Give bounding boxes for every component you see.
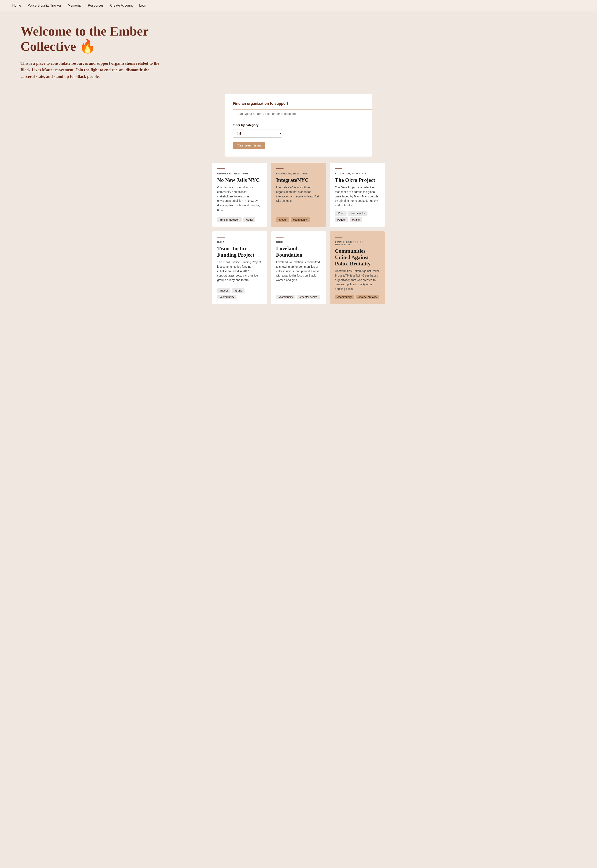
hero-subtitle: This is a place to consolidate resources…: [21, 60, 164, 80]
card-line: [217, 237, 224, 238]
tag[interactable]: #food: [335, 211, 346, 216]
tag[interactable]: #community: [276, 295, 296, 299]
tag[interactable]: #trans: [350, 217, 362, 222]
card-title: Trans Justice Funding Project: [217, 245, 262, 258]
tag[interactable]: #mental-health: [297, 295, 320, 299]
tag[interactable]: #community: [348, 211, 367, 216]
card-tags: #prison-abolition#legal: [217, 217, 262, 222]
tag[interactable]: #queer: [217, 288, 230, 293]
tag[interactable]: #trans: [232, 288, 244, 293]
card-description: IntegrateNYC is a youth-led organization…: [276, 185, 321, 214]
tag[interactable]: #youth: [276, 217, 289, 222]
card-tags: #queer#trans#community: [217, 288, 262, 299]
card-title: The Okra Project: [335, 177, 380, 183]
search-input[interactable]: [233, 109, 373, 118]
nav-login[interactable]: Login: [139, 4, 147, 7]
org-card[interactable]: BROOKLYN, NEW YORKNo New Jails NYCOur pl…: [212, 163, 267, 227]
card-description: The Okra Project is a collective that se…: [335, 185, 380, 207]
card-description: Loveland Foundation is committed to show…: [276, 260, 321, 291]
card-tags: #community#police-brutality: [335, 295, 380, 299]
org-card[interactable]: BROOKLYN, NEW YORKIntegrateNYCIntegrateN…: [271, 163, 326, 227]
card-location: BROOKLYN, NEW YORK: [335, 173, 380, 175]
tag[interactable]: #queer: [335, 217, 348, 222]
card-line: [217, 168, 224, 169]
cards-grid: BROOKLYN, NEW YORKNo New Jails NYCOur pl…: [200, 163, 397, 317]
category-select[interactable]: #all #community #legal #youth #queer #tr…: [233, 129, 282, 138]
card-tags: #youth#community: [276, 217, 321, 222]
nav-home[interactable]: Home: [12, 4, 21, 7]
card-title: Loveland Foundation: [276, 245, 321, 258]
card-title: No New Jails NYC: [217, 177, 262, 183]
card-line: [276, 237, 284, 238]
tag[interactable]: #community: [217, 295, 236, 299]
tag[interactable]: #police-brutality: [356, 295, 379, 299]
tag[interactable]: #legal: [243, 217, 255, 222]
tag[interactable]: #community: [335, 295, 354, 299]
org-card[interactable]: OHIOLoveland FoundationLoveland Foundati…: [271, 231, 326, 304]
card-title: IntegrateNYC: [276, 177, 321, 183]
card-line: [335, 237, 342, 238]
main-nav: Home Police Brutality Tracker Memorial R…: [0, 0, 597, 11]
card-location: U.S.A.: [217, 241, 262, 243]
nav-create-account[interactable]: Create Account: [110, 4, 133, 7]
org-card[interactable]: U.S.A.Trans Justice Funding ProjectThe T…: [212, 231, 267, 304]
search-section: Find an organization to support Filter b…: [224, 94, 373, 156]
card-location: TWIN CITIES REGION, MINNESOTA: [335, 241, 380, 246]
nav-resources[interactable]: Resources: [88, 4, 104, 7]
org-card[interactable]: BROOKLYN, NEW YORKThe Okra ProjectThe Ok…: [330, 163, 385, 227]
card-tags: #food#community#queer#trans: [335, 211, 380, 222]
search-heading: Find an organization to support: [233, 101, 364, 106]
nav-memorial[interactable]: Memorial: [68, 4, 81, 7]
hero-title: Welcome to the Ember Collective 🔥: [21, 24, 164, 54]
card-title: Communities United Against Police Brutal…: [335, 248, 380, 267]
card-location: BROOKLYN, NEW YORK: [217, 173, 262, 175]
tag[interactable]: #prison-abolition: [217, 217, 242, 222]
clear-search-button[interactable]: Clear search terms: [233, 142, 265, 149]
card-description: The Trans Justice Funding Project is a c…: [217, 260, 262, 285]
card-line: [335, 168, 342, 169]
card-description: Our plan is an open door for community a…: [217, 185, 262, 214]
nav-tracker[interactable]: Police Brutality Tracker: [28, 4, 61, 7]
tag[interactable]: #community: [291, 217, 310, 222]
card-location: OHIO: [276, 241, 321, 243]
card-tags: #community#mental-health: [276, 295, 321, 299]
hero-section: Welcome to the Ember Collective 🔥 This i…: [0, 11, 185, 88]
card-location: BROOKLYN, NEW YORK: [276, 173, 321, 175]
card-description: Communities United Against Police Brutal…: [335, 269, 380, 291]
org-card[interactable]: TWIN CITIES REGION, MINNESOTACommunities…: [330, 231, 385, 304]
card-line: [276, 168, 284, 169]
filter-label: Filter by category: [233, 123, 364, 127]
